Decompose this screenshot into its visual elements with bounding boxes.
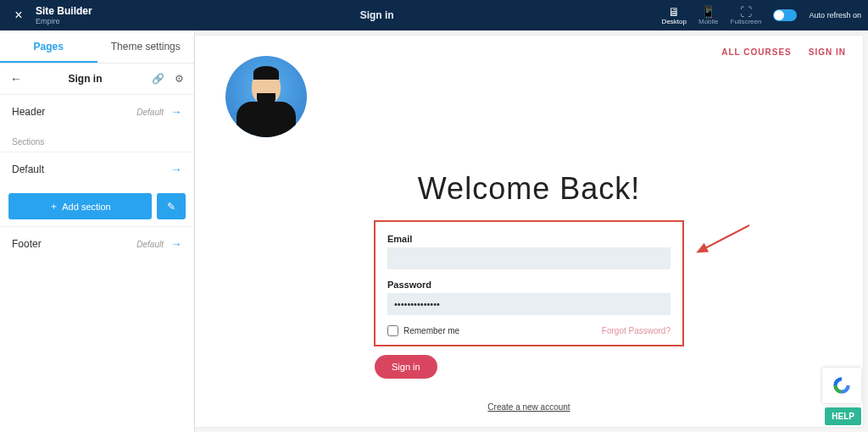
auto-refresh-label: Auto refresh on: [809, 11, 861, 19]
arrow-right-icon: →: [170, 105, 182, 119]
gear-icon[interactable]: ⚙: [175, 73, 184, 85]
sidebar: Pages Theme settings ← Sign in 🔗 ⚙ Heade…: [0, 30, 195, 432]
sidebar-item-footer[interactable]: Footer Default →: [0, 226, 194, 261]
password-input[interactable]: [387, 293, 670, 315]
auto-refresh-toggle[interactable]: [773, 9, 797, 21]
back-arrow-icon[interactable]: ←: [10, 72, 22, 86]
nav-sign-in[interactable]: SIGN IN: [809, 47, 846, 57]
recaptcha-icon: [831, 374, 853, 396]
preview-pane: ALL COURSES SIGN IN Welcome Back! Email …: [195, 36, 863, 427]
mobile-icon: 📱: [701, 6, 715, 18]
sidebar-tabs: Pages Theme settings: [0, 30, 194, 64]
email-input[interactable]: [387, 247, 670, 269]
desktop-icon: 🖥: [668, 6, 680, 18]
welcome-heading: Welcome Back!: [195, 171, 863, 207]
fullscreen-icon: ⛶: [740, 6, 752, 18]
arrow-right-icon: →: [170, 163, 182, 176]
signin-form-highlight: Email Password Remember me Forgot Passwo…: [374, 220, 684, 346]
tab-theme-settings[interactable]: Theme settings: [97, 30, 195, 63]
plus-icon: ＋: [49, 200, 58, 213]
nav-all-courses[interactable]: ALL COURSES: [721, 47, 792, 57]
annotation-arrow: [700, 224, 751, 256]
topbar-right: 🖥 Desktop 📱 Mobile ⛶ Fullscreen Auto ref…: [662, 6, 861, 25]
forgot-password-link[interactable]: Forgot Password?: [602, 326, 670, 335]
brush-icon: ✎: [167, 201, 175, 213]
sidebar-item-header[interactable]: Header Default →: [0, 94, 194, 129]
preview-nav: ALL COURSES SIGN IN: [721, 47, 846, 57]
avatar: [225, 56, 307, 137]
app-title: Site Builder: [36, 6, 92, 16]
password-label: Password: [387, 280, 670, 290]
recaptcha-badge[interactable]: [822, 368, 861, 403]
brush-button[interactable]: ✎: [157, 193, 186, 219]
sidebar-item-default[interactable]: Default →: [0, 152, 194, 186]
add-section-row: ＋ Add section ✎: [0, 186, 194, 226]
email-label: Email: [387, 234, 670, 244]
add-section-button[interactable]: ＋ Add section: [8, 193, 152, 219]
create-account-link[interactable]: Create a new account: [195, 402, 863, 412]
topbar-title: Site Builder Empire: [36, 6, 92, 25]
close-icon[interactable]: ×: [7, 8, 31, 23]
sections-label: Sections: [0, 129, 194, 152]
remember-me[interactable]: Remember me: [387, 325, 459, 336]
page-title: Sign in: [29, 73, 142, 85]
svg-line-0: [704, 225, 749, 249]
device-desktop[interactable]: 🖥 Desktop: [662, 6, 687, 25]
app-subtitle: Empire: [36, 18, 92, 25]
main: Pages Theme settings ← Sign in 🔗 ⚙ Heade…: [0, 30, 868, 432]
help-button[interactable]: HELP: [825, 407, 861, 425]
form-options-row: Remember me Forgot Password?: [387, 325, 670, 336]
topbar-page-name: Sign in: [92, 9, 662, 21]
sign-in-button[interactable]: Sign in: [375, 355, 437, 379]
device-fullscreen[interactable]: ⛶ Fullscreen: [731, 6, 762, 25]
avatar-person-icon: [236, 69, 296, 137]
device-mobile[interactable]: 📱 Mobile: [698, 6, 719, 25]
page-bar: ← Sign in 🔗 ⚙: [0, 64, 194, 94]
arrow-right-icon: →: [170, 237, 182, 251]
remember-checkbox[interactable]: [387, 325, 398, 336]
tab-pages[interactable]: Pages: [0, 30, 97, 63]
top-bar: × Site Builder Empire Sign in 🖥 Desktop …: [0, 0, 868, 30]
link-icon[interactable]: 🔗: [152, 73, 164, 85]
